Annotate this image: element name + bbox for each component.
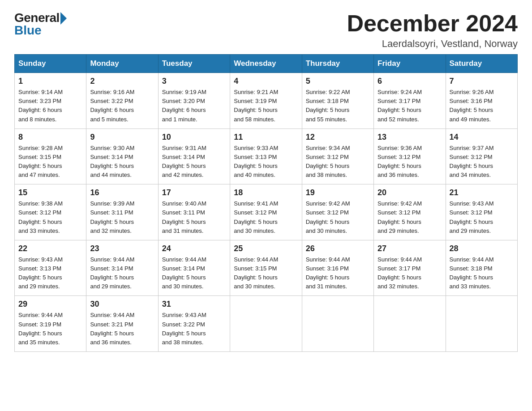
cell-sun-info: Sunrise: 9:44 AMSunset: 3:16 PMDaylight:… (306, 255, 370, 291)
cell-sun-info: Sunrise: 9:44 AMSunset: 3:14 PMDaylight:… (90, 255, 154, 291)
cell-date-number: 7 (450, 77, 514, 86)
calendar-cell: 5Sunrise: 9:22 AMSunset: 3:18 PMDaylight… (302, 73, 373, 129)
calendar-cell: 14Sunrise: 9:37 AMSunset: 3:12 PMDayligh… (446, 128, 517, 184)
cell-sun-info: Sunrise: 9:38 AMSunset: 3:12 PMDaylight:… (18, 199, 82, 235)
cell-date-number: 27 (378, 244, 442, 253)
cell-date-number: 26 (306, 244, 370, 253)
cell-sun-info: Sunrise: 9:44 AMSunset: 3:19 PMDaylight:… (18, 311, 82, 347)
calendar-cell: 23Sunrise: 9:44 AMSunset: 3:14 PMDayligh… (86, 240, 158, 296)
cell-sun-info: Sunrise: 9:44 AMSunset: 3:18 PMDaylight:… (450, 255, 514, 291)
calendar-cell (374, 296, 446, 352)
calendar-week-5: 29Sunrise: 9:44 AMSunset: 3:19 PMDayligh… (15, 296, 518, 352)
calendar-cell: 13Sunrise: 9:36 AMSunset: 3:12 PMDayligh… (374, 128, 446, 184)
calendar-cell: 17Sunrise: 9:40 AMSunset: 3:11 PMDayligh… (158, 184, 230, 240)
cell-date-number: 15 (18, 188, 82, 197)
page-title: December 2024 (347, 11, 518, 36)
cell-sun-info: Sunrise: 9:16 AMSunset: 3:22 PMDaylight:… (90, 88, 154, 124)
cell-date-number: 17 (162, 188, 226, 197)
cell-sun-info: Sunrise: 9:34 AMSunset: 3:12 PMDaylight:… (306, 144, 370, 180)
calendar-cell: 24Sunrise: 9:44 AMSunset: 3:14 PMDayligh… (158, 240, 230, 296)
cell-date-number: 28 (450, 244, 514, 253)
calendar-cell: 11Sunrise: 9:33 AMSunset: 3:13 PMDayligh… (230, 128, 302, 184)
cell-sun-info: Sunrise: 9:44 AMSunset: 3:15 PMDaylight:… (234, 255, 298, 291)
cell-sun-info: Sunrise: 9:36 AMSunset: 3:12 PMDaylight:… (378, 144, 442, 180)
cell-sun-info: Sunrise: 9:33 AMSunset: 3:13 PMDaylight:… (234, 144, 298, 180)
calendar-cell: 1Sunrise: 9:14 AMSunset: 3:23 PMDaylight… (15, 73, 86, 129)
calendar-cell: 16Sunrise: 9:39 AMSunset: 3:11 PMDayligh… (86, 184, 158, 240)
cell-date-number: 25 (234, 244, 298, 253)
weekday-header-thursday: Thursday (302, 55, 373, 73)
cell-date-number: 11 (234, 133, 298, 142)
logo-blue-text: Blue (14, 23, 42, 38)
calendar-table: SundayMondayTuesdayWednesdayThursdayFrid… (14, 54, 518, 352)
calendar-cell: 9Sunrise: 9:30 AMSunset: 3:14 PMDaylight… (86, 128, 158, 184)
calendar-cell: 26Sunrise: 9:44 AMSunset: 3:16 PMDayligh… (302, 240, 373, 296)
weekday-header-sunday: Sunday (15, 55, 86, 73)
cell-date-number: 10 (162, 133, 226, 142)
cell-sun-info: Sunrise: 9:43 AMSunset: 3:12 PMDaylight:… (450, 199, 514, 235)
cell-sun-info: Sunrise: 9:42 AMSunset: 3:12 PMDaylight:… (378, 199, 442, 235)
weekday-header-wednesday: Wednesday (230, 55, 302, 73)
cell-date-number: 22 (18, 244, 82, 253)
cell-date-number: 16 (90, 188, 154, 197)
calendar-cell: 15Sunrise: 9:38 AMSunset: 3:12 PMDayligh… (15, 184, 86, 240)
calendar-cell: 22Sunrise: 9:43 AMSunset: 3:13 PMDayligh… (15, 240, 86, 296)
calendar-cell: 29Sunrise: 9:44 AMSunset: 3:19 PMDayligh… (15, 296, 86, 352)
weekday-header-tuesday: Tuesday (158, 55, 230, 73)
cell-date-number: 1 (18, 77, 82, 86)
cell-sun-info: Sunrise: 9:30 AMSunset: 3:14 PMDaylight:… (90, 144, 154, 180)
cell-date-number: 13 (378, 133, 442, 142)
cell-date-number: 2 (90, 77, 154, 86)
cell-date-number: 20 (378, 188, 442, 197)
calendar-cell: 3Sunrise: 9:19 AMSunset: 3:20 PMDaylight… (158, 73, 230, 129)
calendar-week-2: 8Sunrise: 9:28 AMSunset: 3:15 PMDaylight… (15, 128, 518, 184)
cell-sun-info: Sunrise: 9:24 AMSunset: 3:17 PMDaylight:… (378, 88, 442, 124)
cell-date-number: 9 (90, 133, 154, 142)
calendar-week-4: 22Sunrise: 9:43 AMSunset: 3:13 PMDayligh… (15, 240, 518, 296)
cell-date-number: 18 (234, 188, 298, 197)
calendar-cell: 10Sunrise: 9:31 AMSunset: 3:14 PMDayligh… (158, 128, 230, 184)
cell-sun-info: Sunrise: 9:44 AMSunset: 3:21 PMDaylight:… (90, 311, 154, 347)
calendar-cell: 28Sunrise: 9:44 AMSunset: 3:18 PMDayligh… (446, 240, 517, 296)
cell-sun-info: Sunrise: 9:19 AMSunset: 3:20 PMDaylight:… (162, 88, 226, 124)
cell-sun-info: Sunrise: 9:41 AMSunset: 3:12 PMDaylight:… (234, 199, 298, 235)
cell-date-number: 3 (162, 77, 226, 86)
cell-date-number: 12 (306, 133, 370, 142)
calendar-cell: 6Sunrise: 9:24 AMSunset: 3:17 PMDaylight… (374, 73, 446, 129)
weekday-header-saturday: Saturday (446, 55, 517, 73)
cell-date-number: 19 (306, 188, 370, 197)
cell-date-number: 4 (234, 77, 298, 86)
cell-date-number: 21 (450, 188, 514, 197)
calendar-cell: 27Sunrise: 9:44 AMSunset: 3:17 PMDayligh… (374, 240, 446, 296)
page-subtitle: Laerdalsoyri, Vestland, Norway (347, 38, 518, 50)
cell-date-number: 30 (90, 300, 154, 309)
title-block: December 2024 Laerdalsoyri, Vestland, No… (347, 11, 518, 50)
cell-sun-info: Sunrise: 9:26 AMSunset: 3:16 PMDaylight:… (450, 88, 514, 124)
calendar-cell: 30Sunrise: 9:44 AMSunset: 3:21 PMDayligh… (86, 296, 158, 352)
cell-sun-info: Sunrise: 9:43 AMSunset: 3:13 PMDaylight:… (18, 255, 82, 291)
calendar-week-3: 15Sunrise: 9:38 AMSunset: 3:12 PMDayligh… (15, 184, 518, 240)
logo: General Blue (14, 11, 67, 38)
cell-sun-info: Sunrise: 9:14 AMSunset: 3:23 PMDaylight:… (18, 88, 82, 124)
calendar-cell: 18Sunrise: 9:41 AMSunset: 3:12 PMDayligh… (230, 184, 302, 240)
cell-date-number: 29 (18, 300, 82, 309)
cell-sun-info: Sunrise: 9:31 AMSunset: 3:14 PMDaylight:… (162, 144, 226, 180)
calendar-cell: 31Sunrise: 9:43 AMSunset: 3:22 PMDayligh… (158, 296, 230, 352)
calendar-cell: 19Sunrise: 9:42 AMSunset: 3:12 PMDayligh… (302, 184, 373, 240)
cell-sun-info: Sunrise: 9:28 AMSunset: 3:15 PMDaylight:… (18, 144, 82, 180)
cell-date-number: 5 (306, 77, 370, 86)
cell-date-number: 31 (162, 300, 226, 309)
cell-sun-info: Sunrise: 9:37 AMSunset: 3:12 PMDaylight:… (450, 144, 514, 180)
calendar-week-1: 1Sunrise: 9:14 AMSunset: 3:23 PMDaylight… (15, 73, 518, 129)
cell-sun-info: Sunrise: 9:40 AMSunset: 3:11 PMDaylight:… (162, 199, 226, 235)
calendar-cell: 4Sunrise: 9:21 AMSunset: 3:19 PMDaylight… (230, 73, 302, 129)
calendar-cell: 7Sunrise: 9:26 AMSunset: 3:16 PMDaylight… (446, 73, 517, 129)
weekday-header-friday: Friday (374, 55, 446, 73)
calendar-cell: 25Sunrise: 9:44 AMSunset: 3:15 PMDayligh… (230, 240, 302, 296)
cell-sun-info: Sunrise: 9:39 AMSunset: 3:11 PMDaylight:… (90, 199, 154, 235)
calendar-cell (230, 296, 302, 352)
calendar-cell: 21Sunrise: 9:43 AMSunset: 3:12 PMDayligh… (446, 184, 517, 240)
calendar-cell: 8Sunrise: 9:28 AMSunset: 3:15 PMDaylight… (15, 128, 86, 184)
page-header: General Blue December 2024 Laerdalsoyri,… (14, 11, 518, 50)
cell-date-number: 14 (450, 133, 514, 142)
